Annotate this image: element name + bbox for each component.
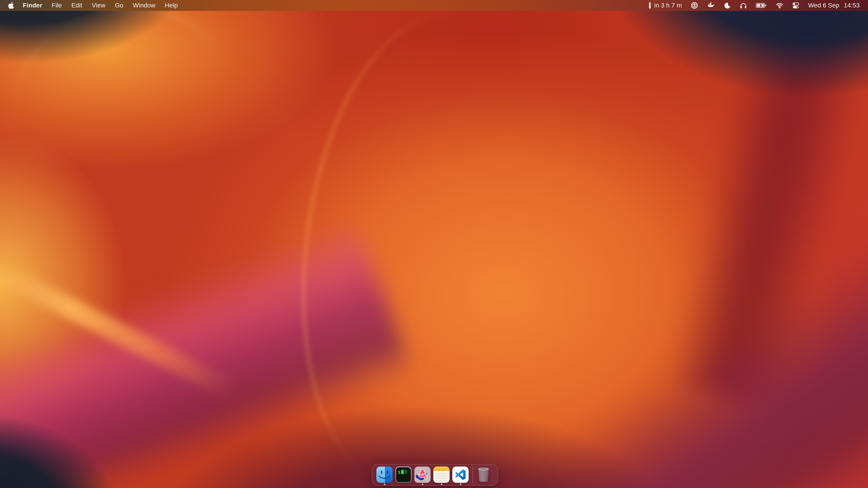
focus-moon-icon [723, 2, 731, 9]
running-indicator [441, 484, 442, 485]
dock-item-terminal[interactable]: $ [395, 466, 412, 485]
terminal-icon: $ [395, 466, 412, 483]
menu-bar-time: 14:53 [844, 2, 860, 9]
menu-help[interactable]: Help [160, 0, 183, 11]
apple-menu[interactable] [4, 0, 18, 11]
finder-icon [376, 466, 393, 483]
running-indicator [384, 484, 385, 485]
dock-item-notes[interactable] [433, 466, 450, 485]
desktop-wallpaper[interactable] [0, 0, 868, 488]
app-menu-finder[interactable]: Finder [18, 0, 47, 11]
vscode-icon [452, 466, 469, 483]
status-wifi[interactable] [772, 0, 788, 11]
menu-bar: Finder File Edit View Go Window Help in … [0, 0, 868, 11]
apple-logo-icon [8, 2, 14, 9]
countdown-bar-icon [648, 2, 651, 9]
countdown-label: in 3 h 7 m [654, 2, 682, 9]
menu-go[interactable]: Go [110, 0, 128, 11]
running-indicator [422, 484, 423, 485]
arc-browser-icon [414, 466, 431, 483]
headphones-icon [740, 2, 747, 9]
dock-item-vscode[interactable] [452, 466, 469, 485]
menu-view[interactable]: View [87, 0, 110, 11]
menu-bar-date: Wed 6 Sep [808, 2, 839, 9]
wifi-icon [776, 2, 783, 9]
battery-charging-icon [756, 2, 767, 9]
power-rings-icon [690, 2, 698, 9]
menu-bar-status-area: in 3 h 7 m [644, 0, 864, 11]
svg-text:$: $ [398, 469, 401, 475]
status-event-countdown[interactable]: in 3 h 7 m [644, 0, 686, 11]
notes-icon [433, 466, 450, 483]
running-indicator [460, 484, 461, 485]
dock-item-finder[interactable] [376, 466, 393, 485]
wallpaper-dark-corners [0, 0, 868, 488]
menu-bar-left: Finder File Edit View Go Window Help [4, 0, 183, 11]
status-clock[interactable]: Wed 6 Sep 14:53 [804, 0, 864, 11]
status-headphones[interactable] [735, 0, 751, 11]
dock-separator [472, 467, 473, 483]
trash-empty-icon [476, 467, 491, 483]
dock-item-trash[interactable] [476, 466, 491, 485]
status-battery[interactable] [751, 0, 772, 11]
status-power-rings[interactable] [686, 0, 703, 11]
status-focus[interactable] [719, 0, 735, 11]
desktop: Finder File Edit View Go Window Help in … [0, 0, 868, 488]
menu-edit[interactable]: Edit [67, 0, 87, 11]
status-control-center[interactable] [788, 0, 804, 11]
dock: $ [372, 464, 498, 486]
status-docker[interactable] [703, 0, 719, 11]
menu-file[interactable]: File [47, 0, 67, 11]
control-center-icon [792, 2, 800, 9]
docker-whale-icon [707, 2, 715, 9]
dock-item-arc[interactable] [414, 466, 431, 485]
menu-window[interactable]: Window [128, 0, 160, 11]
